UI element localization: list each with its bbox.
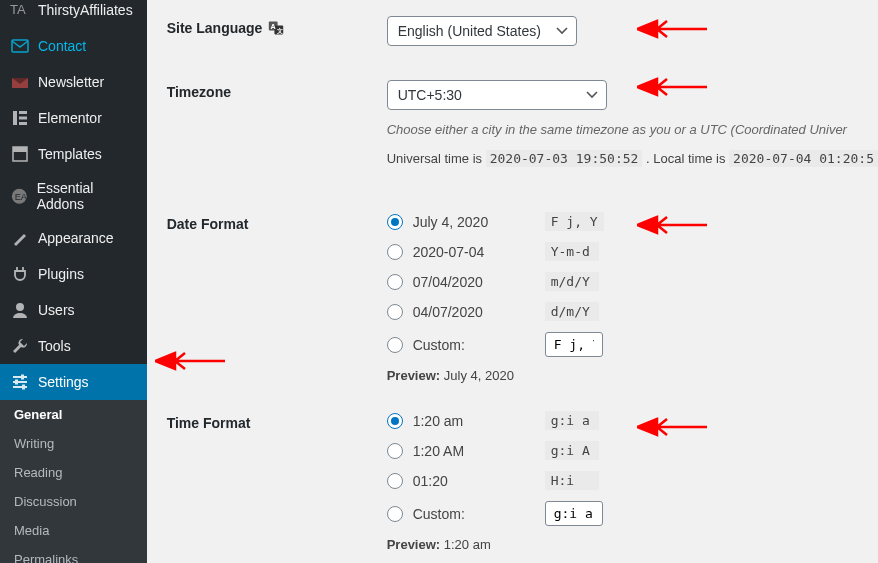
menu-label: Appearance [38,230,114,246]
time-format-radio-custom[interactable] [387,506,403,522]
svg-rect-16 [15,380,18,385]
sidebar-item-users[interactable]: Users [0,292,147,328]
submenu-item-permalinks[interactable]: Permalinks [0,545,147,563]
date-format-option-code: Y-m-d [545,242,599,261]
date-format-option-label[interactable]: 04/07/2020 [413,304,535,320]
date-format-option-label[interactable]: July 4, 2020 [413,214,535,230]
menu-label: Plugins [38,266,84,282]
envelope-open-icon [10,72,30,92]
time-format-custom-label[interactable]: Custom: [413,506,535,522]
svg-rect-4 [19,111,27,114]
date-format-preview: Preview: July 4, 2020 [387,368,878,383]
templates-icon [10,144,30,164]
date-format-option-code: m/d/Y [545,272,599,291]
time-format-option-code: g:i A [545,441,599,460]
brush-icon [10,228,30,248]
mail-icon [10,36,30,56]
time-format-custom-input[interactable] [545,501,603,526]
svg-rect-15 [21,375,24,380]
site-language-label: Site Language A文 [167,16,387,36]
submenu-item-writing[interactable]: Writing [0,429,147,458]
sidebar-item-plugins[interactable]: Plugins [0,256,147,292]
menu-label: Contact [38,38,86,54]
menu-label: Templates [38,146,102,162]
time-format-option-code: g:i a [545,411,599,430]
date-format-radio-1[interactable] [387,244,403,260]
translate-icon: A文 [268,20,284,36]
submenu-item-reading[interactable]: Reading [0,458,147,487]
time-format-radio-0[interactable] [387,413,403,429]
menu-label: Elementor [38,110,102,126]
date-format-radio-0[interactable] [387,214,403,230]
sidebar-item-thirstyaffiliates[interactable]: TA ThirstyAffiliates [0,0,147,28]
elementor-icon [10,108,30,128]
sidebar-item-tools[interactable]: Tools [0,328,147,364]
sidebar-item-settings[interactable]: Settings [0,364,147,400]
link-icon: TA [10,0,30,20]
svg-point-11 [16,303,24,311]
time-format-option-label[interactable]: 1:20 AM [413,443,535,459]
svg-rect-17 [22,385,25,390]
svg-text:A: A [271,22,276,31]
menu-label: Tools [38,338,71,354]
sidebar-item-appearance[interactable]: Appearance [0,220,147,256]
time-format-radio-1[interactable] [387,443,403,459]
sliders-icon [10,372,30,392]
time-format-label: Time Format [167,411,387,431]
time-format-option-label[interactable]: 01:20 [413,473,535,489]
admin-sidebar: TA ThirstyAffiliates Contact Newsletter … [0,0,147,563]
date-format-radio-custom[interactable] [387,337,403,353]
menu-label: Newsletter [38,74,104,90]
date-format-option-label[interactable]: 2020-07-04 [413,244,535,260]
submenu-item-general[interactable]: General [0,400,147,429]
timezone-select[interactable]: UTC+5:30 [387,80,607,110]
time-format-radio-2[interactable] [387,473,403,489]
site-language-select[interactable]: English (United States) [387,16,577,46]
svg-rect-3 [13,111,17,125]
user-icon [10,300,30,320]
universal-time-value: 2020-07-03 19:50:52 [486,150,643,167]
menu-label: Settings [38,374,89,390]
timezone-label: Timezone [167,80,387,100]
timezone-timeinfo: Universal time is 2020-07-03 19:50:52 . … [387,151,878,166]
svg-rect-5 [19,117,27,120]
menu-label: ThirstyAffiliates [38,2,133,18]
svg-rect-12 [13,376,27,378]
submenu-item-media[interactable]: Media [0,516,147,545]
settings-general-form: Site Language A文 English (United States)… [147,0,878,563]
svg-text:TA: TA [10,2,26,17]
time-format-option-code: H:i [545,471,599,490]
addon-icon: EA [10,186,29,206]
svg-rect-1 [12,40,28,52]
svg-rect-8 [13,147,27,152]
local-time-value: 2020-07-04 01:20:5 [729,150,878,167]
sidebar-item-elementor[interactable]: Elementor [0,100,147,136]
date-format-custom-label[interactable]: Custom: [413,337,535,353]
menu-label: Users [38,302,75,318]
sidebar-item-templates[interactable]: Templates [0,136,147,172]
svg-text:EA: EA [15,192,28,202]
settings-submenu: General Writing Reading Discussion Media… [0,400,147,563]
menu-label: Essential Addons [37,180,137,212]
date-format-option-code: F j, Y [545,212,604,231]
timezone-description: Choose either a city in the same timezon… [387,122,878,137]
date-format-custom-input[interactable] [545,332,603,357]
submenu-item-discussion[interactable]: Discussion [0,487,147,516]
date-format-radio-3[interactable] [387,304,403,320]
date-format-radio-2[interactable] [387,274,403,290]
wrench-icon [10,336,30,356]
sidebar-item-newsletter[interactable]: Newsletter [0,64,147,100]
svg-text:文: 文 [276,27,283,34]
date-format-option-code: d/m/Y [545,302,599,321]
time-format-preview: Preview: 1:20 am [387,537,878,552]
date-format-option-label[interactable]: 07/04/2020 [413,274,535,290]
time-format-option-label[interactable]: 1:20 am [413,413,535,429]
sidebar-item-contact[interactable]: Contact [0,28,147,64]
plug-icon [10,264,30,284]
sidebar-item-essential-addons[interactable]: EA Essential Addons [0,172,147,220]
svg-rect-6 [19,122,27,125]
date-format-label: Date Format [167,212,387,232]
